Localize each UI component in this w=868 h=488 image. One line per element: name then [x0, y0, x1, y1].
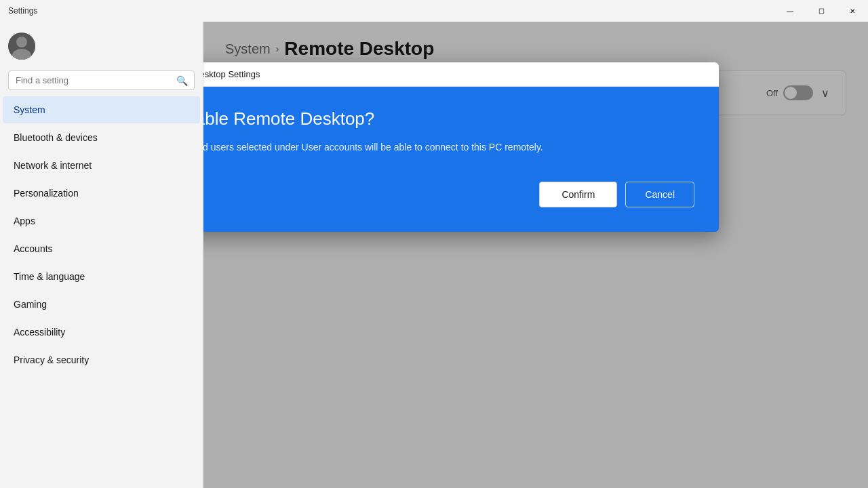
sidebar-item-network[interactable]: Network & internet [3, 152, 200, 179]
modal-dialog: Remote Desktop Settings Enable Remote De… [203, 62, 719, 232]
modal-body: Enable Remote Desktop? You and users sel… [203, 87, 719, 232]
sidebar-item-privacy[interactable]: Privacy & security [3, 346, 200, 373]
modal-title: Enable Remote Desktop? [203, 108, 694, 129]
sidebar-profile [0, 22, 203, 65]
sidebar-item-accessibility[interactable]: Accessibility [3, 319, 200, 346]
sidebar: 🔍 System Bluetooth & devices Network & i… [0, 22, 203, 488]
modal-overlay: Remote Desktop Settings Enable Remote De… [203, 22, 868, 488]
minimize-button[interactable]: — [774, 0, 806, 22]
maximize-button[interactable]: ☐ [806, 0, 837, 22]
modal-description: You and users selected under User accoun… [203, 140, 694, 155]
search-icon[interactable]: 🔍 [176, 75, 188, 86]
svg-point-1 [16, 37, 27, 47]
sidebar-item-bluetooth[interactable]: Bluetooth & devices [3, 124, 200, 151]
sidebar-item-gaming[interactable]: Gaming [3, 291, 200, 318]
titlebar-title: Settings [8, 6, 37, 16]
confirm-button[interactable]: Confirm [539, 182, 617, 207]
sidebar-nav: System Bluetooth & devices Network & int… [0, 96, 203, 488]
modal-actions: Confirm Cancel [203, 182, 694, 207]
sidebar-item-system[interactable]: System [3, 96, 200, 123]
close-button[interactable]: ✕ [837, 0, 868, 22]
search-input[interactable] [8, 70, 195, 90]
cancel-button[interactable]: Cancel [625, 182, 694, 207]
titlebar-controls: — ☐ ✕ [774, 0, 868, 22]
avatar [8, 33, 35, 60]
modal-titlebar: Remote Desktop Settings [203, 62, 719, 87]
sidebar-item-time[interactable]: Time & language [3, 263, 200, 290]
main-wrapper: System › Remote Desktop ≪ Remote Desktop… [203, 22, 868, 488]
sidebar-search[interactable]: 🔍 [0, 65, 203, 96]
sidebar-item-apps[interactable]: Apps [3, 207, 200, 235]
sidebar-item-personalization[interactable]: Personalization [3, 180, 200, 207]
modal-titlebar-text: Remote Desktop Settings [203, 69, 260, 79]
sidebar-item-accounts[interactable]: Accounts [3, 235, 200, 262]
titlebar: Settings — ☐ ✕ [0, 0, 868, 22]
app-body: 🔍 System Bluetooth & devices Network & i… [0, 22, 868, 488]
